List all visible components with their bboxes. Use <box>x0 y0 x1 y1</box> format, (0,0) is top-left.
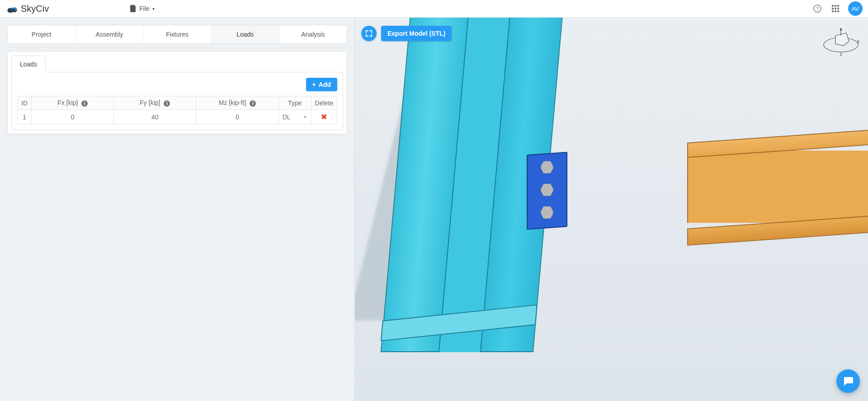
col-delete: Delete <box>311 96 337 110</box>
cell-id: 1 <box>23 113 26 121</box>
type-value: DL <box>283 113 291 121</box>
export-model-button[interactable]: Export Model (STL) <box>381 26 452 41</box>
viewport-3d[interactable]: Export Model (STL) x z <box>355 18 868 401</box>
loads-table: ID Fx [kip] i Fy [kip] i Mz [kip-ft] <box>17 96 337 124</box>
top-bar: SkyCiv File ▾ ? AV <box>0 0 868 18</box>
file-menu-label: File <box>139 5 150 12</box>
user-avatar[interactable]: AV <box>848 1 863 16</box>
apps-grid-icon <box>832 5 839 12</box>
svg-text:?: ? <box>816 6 819 11</box>
col-fx: Fx [kip] i <box>32 96 114 110</box>
tab-assembly[interactable]: Assembly <box>75 25 143 43</box>
expand-view-button[interactable] <box>361 26 377 41</box>
col-type: Type <box>278 96 311 110</box>
add-button-label: Add <box>319 81 331 88</box>
delete-row-button[interactable]: ✖ <box>321 113 327 121</box>
svg-rect-3 <box>835 5 836 7</box>
info-icon[interactable]: i <box>164 100 170 107</box>
plus-icon: + <box>312 81 316 88</box>
apps-button[interactable] <box>828 1 843 16</box>
loads-card: Loads + Add ID Fx [kip] i <box>7 51 347 134</box>
file-menu[interactable]: File ▾ <box>130 5 155 12</box>
chat-icon <box>842 375 854 387</box>
svg-rect-5 <box>832 8 834 9</box>
svg-rect-7 <box>837 8 839 9</box>
info-icon[interactable]: i <box>81 100 88 107</box>
avatar-initials: AV <box>852 5 859 12</box>
left-panel: Project Assembly Fixtures Loads Analysis… <box>0 18 355 401</box>
chevron-down-icon: ▼ <box>303 115 307 119</box>
help-button[interactable]: ? <box>810 1 825 16</box>
fx-input[interactable] <box>35 113 110 121</box>
main-tabbar: Project Assembly Fixtures Loads Analysis <box>7 25 347 44</box>
svg-rect-10 <box>837 10 839 12</box>
chevron-down-icon: ▾ <box>152 6 155 11</box>
brand-logo[interactable]: SkyCiv <box>5 4 49 14</box>
col-fy: Fy [kip] i <box>114 96 196 110</box>
logo-icon <box>5 4 19 14</box>
svg-rect-6 <box>835 8 836 9</box>
subtab-loads[interactable]: Loads <box>11 56 46 72</box>
svg-rect-8 <box>832 10 834 12</box>
svg-rect-4 <box>837 5 839 7</box>
mz-input[interactable] <box>200 113 274 121</box>
svg-marker-14 <box>840 28 842 30</box>
axis-orientation-widget[interactable]: x z <box>822 25 860 57</box>
axis-x-label: x <box>857 39 859 44</box>
tab-analysis[interactable]: Analysis <box>279 25 347 43</box>
file-icon <box>130 5 137 12</box>
brand-name: SkyCiv <box>21 4 49 14</box>
col-id: ID <box>18 96 32 110</box>
axis-z-label: z <box>840 52 842 57</box>
table-row: 1 DL ▼ ✖ <box>18 110 337 124</box>
tab-fixtures[interactable]: Fixtures <box>143 25 211 43</box>
add-load-button[interactable]: + Add <box>306 78 337 91</box>
tab-loads[interactable]: Loads <box>212 25 279 43</box>
tab-project[interactable]: Project <box>8 25 75 43</box>
help-icon: ? <box>813 5 821 13</box>
svg-marker-12 <box>835 33 849 46</box>
chat-support-button[interactable] <box>836 369 860 393</box>
type-select[interactable]: DL ▼ <box>283 113 307 121</box>
expand-icon <box>365 30 373 37</box>
info-icon[interactable]: i <box>250 100 256 107</box>
col-mz: Mz [kip-ft] i <box>196 96 278 110</box>
svg-rect-9 <box>835 10 836 12</box>
model-render <box>355 18 868 401</box>
svg-rect-2 <box>832 5 834 7</box>
fy-input[interactable] <box>118 113 192 121</box>
